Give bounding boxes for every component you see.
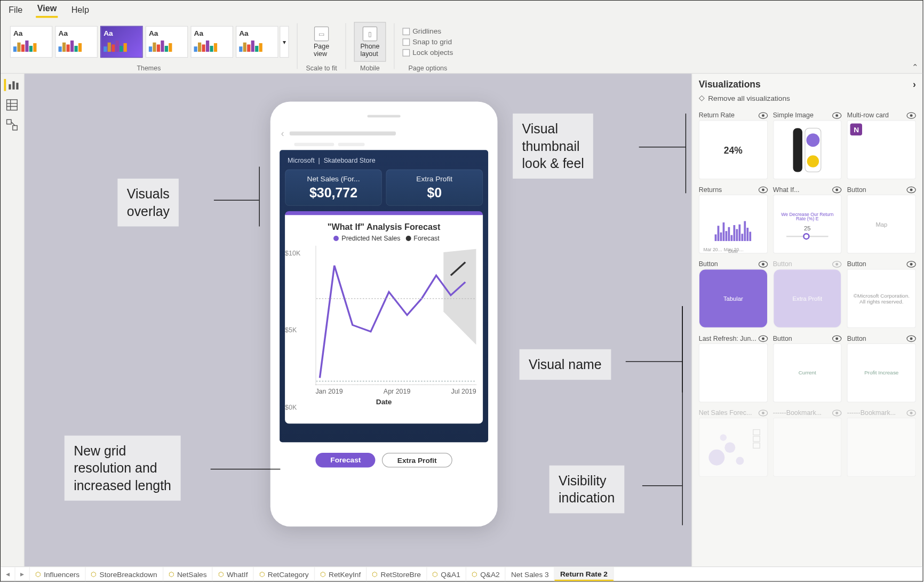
menu-view[interactable]: View (36, 1, 58, 18)
theme-tile-3[interactable]: Aa (100, 26, 143, 58)
viz-tile-name: What If... (773, 186, 800, 194)
visibility-eye-icon[interactable] (906, 410, 915, 416)
visibility-eye-icon[interactable] (832, 335, 841, 341)
viz-tile[interactable]: ButtonCurrent (773, 333, 842, 402)
report-view-icon[interactable] (4, 79, 17, 91)
visibility-eye-icon[interactable] (758, 261, 767, 267)
card-net-sales[interactable]: Net Sales (For...$30,772 (285, 169, 382, 205)
theme-tile-1[interactable]: Aa (10, 26, 53, 58)
viz-thumbnail: Current (773, 343, 842, 403)
visibility-eye-icon[interactable] (906, 186, 915, 193)
visualizations-pane: Visualizations› ◇Remove all visualizatio… (691, 74, 922, 566)
theme-tile-2[interactable]: Aa (55, 26, 98, 58)
viz-tile[interactable]: ------Bookmark... (847, 407, 916, 476)
viz-tile[interactable]: Net Sales Forec... (699, 407, 768, 476)
visibility-eye-icon[interactable] (758, 410, 767, 416)
viz-tile[interactable]: Button©Microsoft Corporation. All rights… (847, 259, 916, 328)
viz-tile-name: ------Bookmark... (847, 409, 896, 417)
chart-whatif[interactable]: "What If" Analysis Forecast Predicted Ne… (285, 211, 483, 423)
collapse-ribbon-icon[interactable]: ⌃ (912, 62, 918, 71)
viz-thumbnail: Extra Profit (773, 269, 842, 328)
viz-tile[interactable]: What If...We Decrease Our Return Rate (%… (773, 185, 842, 253)
tab-hidden-icon: ⬡ (91, 570, 97, 578)
ribbon: Aa Aa Aa Aa Aa Aa ▾ Themes ▭Page view Sc… (1, 18, 922, 74)
tab-retcategory[interactable]: ⬡RetCategory (254, 567, 315, 581)
callout-grid: New grid resolution and increased length (65, 436, 181, 501)
viz-thumbnail (699, 418, 768, 477)
remove-all-button[interactable]: ◇Remove all visualizations (692, 94, 922, 108)
viz-thumbnail (699, 343, 768, 403)
tab-netsales[interactable]: ⬡NetSales (163, 567, 213, 581)
viz-tile[interactable]: Multi-row cardN (847, 110, 916, 179)
tabs-next[interactable]: ▸ (15, 567, 30, 581)
viz-tile-name: Net Sales Forec... (699, 409, 752, 417)
callout-thumb: Visual thumbnail look & feel (513, 114, 593, 179)
viz-tile-name: Button (699, 260, 718, 268)
viz-tile-name: Last Refresh: Jun... (699, 334, 756, 342)
chevron-right-icon[interactable]: › (913, 79, 916, 90)
viz-tile-name: ------Bookmark... (773, 409, 822, 417)
tab-whatif[interactable]: ⬡WhatIf (213, 567, 254, 581)
data-view-icon[interactable] (6, 99, 19, 111)
visibility-eye-icon[interactable] (832, 186, 841, 193)
viz-tile[interactable]: ButtonTabular (699, 259, 768, 328)
viz-tile[interactable]: Simple Image (773, 110, 842, 179)
tabs-prev[interactable]: ◂ (1, 567, 15, 581)
card-extra-profit[interactable]: Extra Profit$0 (386, 169, 483, 205)
svg-rect-0 (9, 84, 11, 90)
tab-storebreackdown[interactable]: ⬡StoreBreackdown (85, 567, 163, 581)
visibility-eye-icon[interactable] (906, 261, 915, 267)
lock-checkbox[interactable]: Lock objects (402, 49, 453, 57)
page-view-icon: ▭ (314, 27, 329, 41)
model-view-icon[interactable] (6, 119, 19, 131)
viz-tile[interactable]: ButtonMap (847, 185, 916, 253)
visibility-eye-icon[interactable] (758, 186, 767, 193)
visibility-eye-icon[interactable] (758, 112, 767, 118)
visibility-eye-icon[interactable] (832, 410, 841, 416)
svg-rect-20 (753, 429, 760, 435)
extra-profit-button[interactable]: Extra Profit (382, 453, 452, 467)
back-icon: ‹ (281, 128, 284, 139)
viz-thumbnail (847, 418, 916, 477)
svg-rect-8 (12, 125, 17, 130)
theme-dropdown[interactable]: ▾ (280, 26, 289, 58)
phone-layout-button[interactable]: ▯Phone layout (354, 22, 386, 62)
gridlines-checkbox[interactable]: Gridlines (402, 27, 441, 35)
visibility-eye-icon[interactable] (832, 261, 841, 267)
viz-thumbnail (773, 120, 842, 179)
svg-point-19 (720, 434, 726, 441)
tab-q-a2[interactable]: ⬡Q&A2 (466, 567, 506, 581)
visibility-eye-icon[interactable] (906, 335, 915, 341)
tab-q-a1[interactable]: ⬡Q&A1 (427, 567, 466, 581)
tab-retkeyinf[interactable]: ⬡RetKeyInf (315, 567, 367, 581)
theme-tile-5[interactable]: Aa (190, 26, 233, 58)
menu-file[interactable]: File (7, 2, 24, 17)
tab-influencers[interactable]: ⬡Influencers (30, 567, 85, 581)
forecast-button[interactable]: Forecast (316, 453, 376, 467)
menu-help[interactable]: Help (70, 2, 90, 17)
viz-tile[interactable]: ------Bookmark... (773, 407, 842, 476)
viz-tile[interactable]: ButtonProfit Increase (847, 333, 916, 402)
phone-mockup: ‹ Microsoft | Skateboard Store Net Sales… (270, 101, 498, 526)
tab-retstorebre[interactable]: ⬡RetStoreBre (367, 567, 427, 581)
canvas[interactable]: ‹ Microsoft | Skateboard Store Net Sales… (25, 74, 691, 566)
viz-thumbnail: Mar 20… May 20…Date (699, 195, 768, 254)
visibility-eye-icon[interactable] (832, 112, 841, 118)
viz-thumbnail: We Decrease Our Return Rate (%) E25 (773, 195, 842, 254)
viz-tile[interactable]: ButtonExtra Profit (773, 259, 842, 328)
svg-point-14 (807, 133, 820, 147)
phone-icon: ▯ (363, 27, 377, 41)
tab-net-sales-3[interactable]: Net Sales 3 (506, 567, 555, 581)
viz-tile[interactable]: ReturnsMar 20… May 20…Date (699, 185, 768, 253)
visibility-eye-icon[interactable] (906, 112, 915, 118)
snap-checkbox[interactable]: Snap to grid (402, 38, 452, 46)
visibility-eye-icon[interactable] (758, 335, 767, 341)
page-view-button[interactable]: ▭Page view (306, 22, 338, 62)
theme-tile-4[interactable]: Aa (146, 26, 188, 58)
viz-tile[interactable]: Last Refresh: Jun... (699, 333, 768, 402)
tab-return-rate-2[interactable]: Return Rate 2 (555, 567, 614, 581)
phone-body[interactable]: Microsoft | Skateboard Store Net Sales (… (280, 150, 488, 442)
theme-tile-6[interactable]: Aa (236, 26, 278, 58)
viz-tile[interactable]: Return Rate24% (699, 110, 768, 179)
viz-tile-name: Multi-row card (847, 111, 889, 119)
